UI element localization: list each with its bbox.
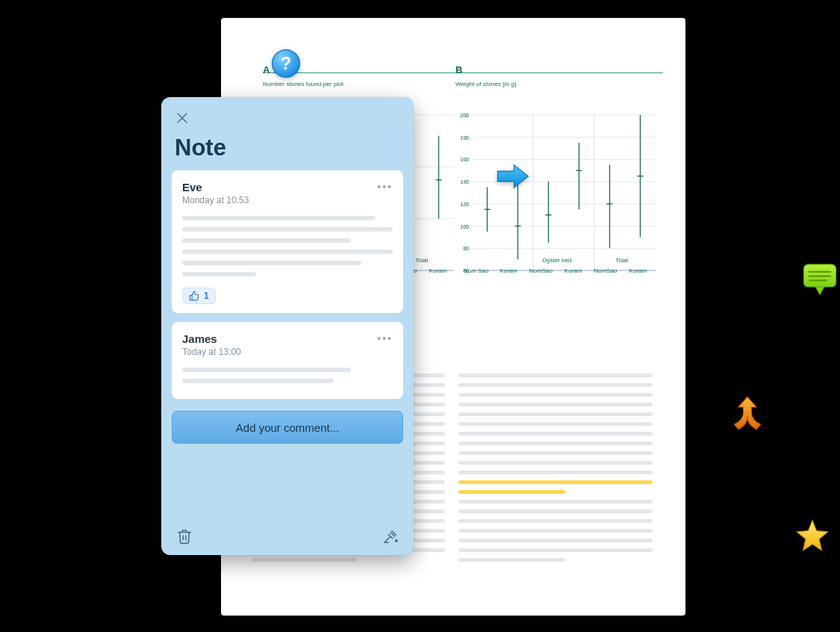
chat-bubble-icon[interactable] xyxy=(803,263,837,296)
svg-point-62 xyxy=(396,540,397,542)
more-icon[interactable]: ••• xyxy=(377,181,393,193)
highlighted-text[interactable] xyxy=(458,490,565,494)
more-icon[interactable]: ••• xyxy=(377,332,393,344)
star-icon[interactable] xyxy=(796,518,829,551)
help-icon[interactable]: ? xyxy=(270,48,302,79)
comment-timestamp: Monday at 10:53 xyxy=(182,195,249,205)
comment-author: Eve xyxy=(182,181,249,193)
add-comment-button[interactable]: Add your comment... xyxy=(172,411,403,444)
svg-text:100: 100 xyxy=(460,224,469,229)
comment-author: James xyxy=(182,332,241,345)
gavel-icon[interactable] xyxy=(382,528,399,545)
comment-timestamp: Today at 13:00 xyxy=(182,347,241,357)
svg-text:200: 200 xyxy=(460,113,469,118)
svg-text:180: 180 xyxy=(460,135,469,140)
arrow-right-icon[interactable] xyxy=(497,163,529,190)
chart-b-facets: Oyster bed Tidal xyxy=(460,257,654,264)
comment-card: Eve Monday at 10:53 ••• 1 xyxy=(172,170,403,313)
trash-icon[interactable] xyxy=(176,528,193,545)
note-title: Note xyxy=(175,134,400,161)
svg-text:120: 120 xyxy=(460,202,469,207)
text-column-right xyxy=(458,374,653,568)
comment-body xyxy=(182,368,393,383)
svg-text:160: 160 xyxy=(460,157,469,162)
chart-b-categories: Nom Sao Koram NomSao Koram NomSao Koram xyxy=(460,267,654,274)
split-arrow-icon[interactable] xyxy=(731,396,764,430)
like-count: 1 xyxy=(204,291,209,301)
close-icon[interactable] xyxy=(175,111,190,126)
chart-panel-a-label: A xyxy=(263,64,270,75)
comment-body xyxy=(182,216,393,276)
svg-text:140: 140 xyxy=(460,179,469,185)
thumbs-up-icon xyxy=(189,291,199,301)
chart-divider xyxy=(263,72,663,73)
comment-card: James Today at 13:00 ••• xyxy=(172,322,403,399)
note-panel: Note Eve Monday at 10:53 ••• 1 James Tod… xyxy=(161,97,414,555)
chart-panel-b-subtitle: Weight of stones [in g] xyxy=(455,81,516,87)
like-button[interactable]: 1 xyxy=(182,288,216,304)
svg-text:80: 80 xyxy=(463,246,469,251)
chart-panel-a-subtitle: Number stones found per plot xyxy=(263,81,343,87)
svg-text:?: ? xyxy=(281,54,291,73)
highlighted-text[interactable] xyxy=(458,480,653,484)
chart-panel-b-label: B xyxy=(455,64,462,75)
